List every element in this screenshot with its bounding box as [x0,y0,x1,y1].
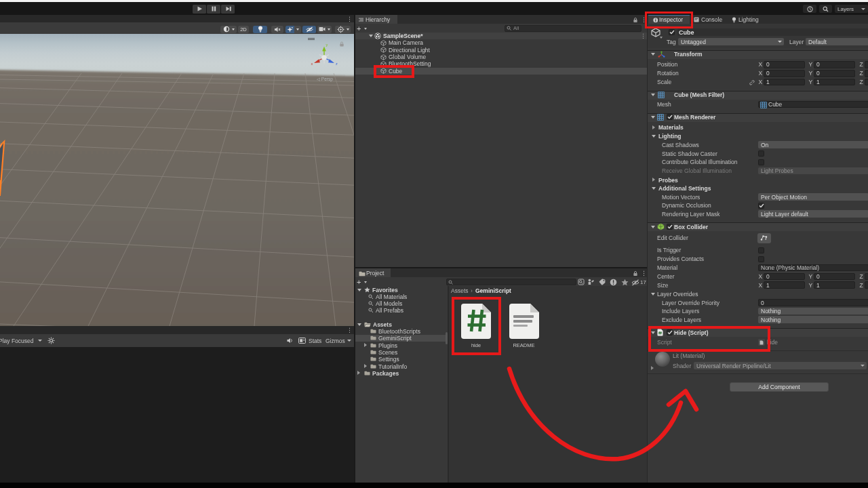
svg-text:x: x [311,62,313,66]
svg-text:y: y [326,43,328,47]
svg-text:z: z [336,62,338,66]
